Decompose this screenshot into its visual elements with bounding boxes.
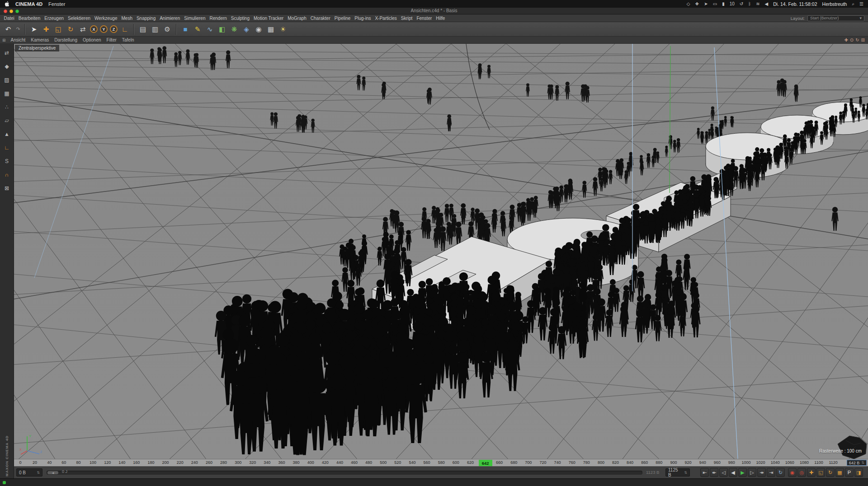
macos-username[interactable]: Herbstreuth	[822, 1, 847, 7]
pan-view-icon[interactable]: ✚	[844, 37, 848, 42]
spline-icon[interactable]: ∿	[204, 23, 216, 35]
location-icon[interactable]: ➤	[704, 1, 708, 6]
menu-bearbeiten[interactable]: Bearbeiten	[16, 16, 42, 21]
scrollbar-handle[interactable]: ◀	[47, 471, 58, 474]
goto-start-button[interactable]: ⇤	[700, 468, 709, 477]
snapping-lock-icon[interactable]: ⊠	[2, 183, 12, 193]
battery-percent-label[interactable]: 10	[730, 1, 735, 6]
keyframe-selection-button[interactable]: P	[845, 468, 854, 477]
shortcut-icon[interactable]: ◇	[687, 1, 690, 6]
current-frame-field[interactable]: 642 B ⇅	[847, 460, 867, 466]
lock-z-icon[interactable]: Z	[110, 25, 118, 33]
layout-select[interactable]: Start (Benutzer) ▾	[807, 15, 864, 21]
toggle-view-icon[interactable]: ⊞	[861, 37, 865, 42]
viewport-menu-tafeln[interactable]: Tafeln	[119, 37, 137, 42]
render-view-icon[interactable]: ▤	[137, 23, 149, 35]
spotlight-icon[interactable]: ⌕	[852, 1, 854, 7]
apple-menu-icon[interactable]	[5, 1, 9, 7]
zoom-view-icon[interactable]: ⊙	[850, 37, 854, 42]
close-button[interactable]	[4, 9, 7, 13]
battery-icon[interactable]: ▮	[722, 1, 725, 6]
menu-fenster[interactable]: Fenster	[415, 16, 434, 21]
stepper-icon[interactable]: ⇅	[684, 471, 687, 475]
menu-skript[interactable]: Skript	[399, 16, 415, 21]
stepper-icon[interactable]: ⇅	[37, 471, 40, 475]
menu-datei[interactable]: Datei	[2, 16, 16, 21]
deformer-icon[interactable]: ◈	[241, 23, 252, 35]
pen-icon[interactable]: ✎	[192, 23, 203, 35]
menu-erzeugen[interactable]: Erzeugen	[42, 16, 66, 21]
macos-clock[interactable]: Di. 14. Feb. 11:58:02	[773, 1, 817, 7]
rotate-view-icon[interactable]: ↻	[855, 37, 859, 42]
menu-rendern[interactable]: Rendern	[208, 16, 229, 21]
scene-camera-icon[interactable]: ◉	[253, 23, 264, 35]
goto-previous-frame-button[interactable]: ◁	[719, 468, 728, 477]
current-frame-marker[interactable]: 642	[479, 460, 492, 466]
viewport-menu-filter[interactable]: Filter	[104, 37, 119, 42]
viewport-menu-kameras[interactable]: Kameras	[28, 37, 52, 42]
menu-mesh[interactable]: Mesh	[119, 16, 134, 21]
stepper-icon[interactable]: ⇅	[861, 461, 864, 465]
axis-mode-icon[interactable]: ∟	[2, 143, 12, 153]
viewport-menu-optionen[interactable]: Optionen	[80, 37, 104, 42]
menu-pipeline[interactable]: Pipeline	[332, 16, 353, 21]
menu-hilfe[interactable]: Hilfe	[434, 16, 447, 21]
timeline-scrollbar[interactable]: ◀ 0 J	[47, 471, 642, 475]
points-mode-icon[interactable]: ∴	[2, 102, 12, 112]
texture-mode-icon[interactable]: ▨	[2, 75, 12, 85]
menu-animieren[interactable]: Animieren	[158, 16, 182, 21]
play-button[interactable]: ▶	[738, 468, 747, 477]
menu-simulieren[interactable]: Simulieren	[182, 16, 208, 21]
lock-x-icon[interactable]: X	[90, 25, 98, 33]
minimize-button[interactable]	[9, 9, 13, 13]
start-frame-field[interactable]: 0 B ⇅	[16, 468, 42, 477]
notification-center-icon[interactable]: ☰	[859, 1, 863, 6]
subdivision-surface-icon[interactable]: ◧	[216, 23, 228, 35]
menu-mograph[interactable]: MoGraph	[286, 16, 309, 21]
loop-mode-button[interactable]: ↻	[776, 468, 785, 477]
display-icon[interactable]: ▭	[713, 1, 717, 6]
autokeying-button[interactable]: ◎	[797, 468, 806, 477]
goto-previous-key-button[interactable]: ↞	[710, 468, 718, 477]
play-backwards-button[interactable]: ◀	[729, 468, 737, 477]
end-frame-field[interactable]: 1125 B ⇅	[665, 468, 690, 477]
macos-menu-fenster[interactable]: Fenster	[48, 1, 65, 7]
goto-end-button[interactable]: ⇥	[767, 468, 775, 477]
record-keyframe-button[interactable]: ◉	[788, 468, 797, 477]
menu-snapping[interactable]: Snapping	[134, 16, 157, 21]
viewport-menu-ansicht[interactable]: Ansicht	[8, 37, 28, 42]
key-parameter-button[interactable]: ▦	[835, 468, 844, 477]
workplane-mode-icon[interactable]: ▦	[2, 89, 12, 98]
add-cube-icon[interactable]: ■	[179, 23, 191, 35]
menu-motion-tracker[interactable]: Motion Tracker	[251, 16, 285, 21]
viewport-scene[interactable]	[14, 44, 868, 459]
move-icon[interactable]: ✚	[40, 23, 52, 35]
undo-icon[interactable]: ↶	[2, 23, 14, 35]
timeline-ruler[interactable]: 642 642 B ⇅ 0204060801001201401601802002…	[14, 459, 868, 466]
menu-x-particles[interactable]: X-Particles	[373, 16, 399, 21]
macos-app-name[interactable]: CINEMA 4D	[15, 1, 42, 7]
goto-next-key-button[interactable]: ↠	[757, 468, 766, 477]
key-rotation-button[interactable]: ↻	[826, 468, 835, 477]
menu-plug-ins[interactable]: Plug-ins	[353, 16, 373, 21]
key-scale-button[interactable]: ◱	[816, 468, 825, 477]
live-selection-icon[interactable]: ➤	[28, 23, 40, 35]
polygons-mode-icon[interactable]: ▲	[2, 129, 12, 139]
camera-label[interactable]: Zentralperspektive	[15, 45, 59, 51]
wifi-icon[interactable]: ≋	[756, 1, 760, 6]
timemachine-icon[interactable]: ↺	[740, 1, 743, 6]
goto-next-frame-button[interactable]: ▷	[748, 468, 756, 477]
menu-charakter[interactable]: Charakter	[308, 16, 332, 21]
model-mode-icon[interactable]: ◆	[2, 61, 12, 71]
zoom-button[interactable]	[15, 9, 19, 13]
scene-light-icon[interactable]: ☀	[277, 23, 289, 35]
bluetooth-icon[interactable]: ᛒ	[748, 1, 751, 6]
snap-icon[interactable]: ∩	[2, 170, 12, 180]
render-settings-icon[interactable]: ⚙	[161, 23, 173, 35]
make-editable-icon[interactable]: ⇄	[2, 48, 12, 58]
key-position-button[interactable]: ✚	[807, 468, 816, 477]
menu-selektieren[interactable]: Selektieren	[66, 16, 93, 21]
array-icon[interactable]: ▦	[265, 23, 277, 35]
edges-mode-icon[interactable]: ▱	[2, 116, 12, 126]
viewport-solo-icon[interactable]: S	[2, 156, 12, 166]
